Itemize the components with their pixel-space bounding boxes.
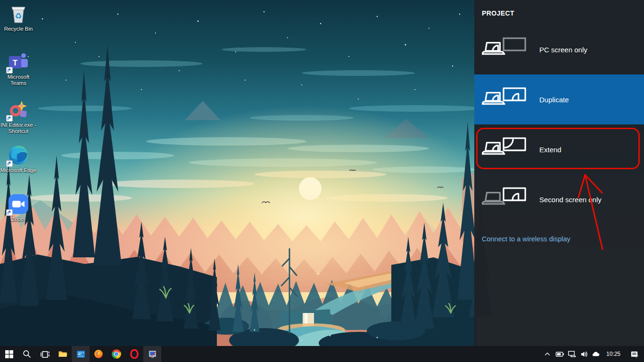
project-options: PC screen only Duplicate xyxy=(474,25,644,224)
desktop-icon-label: Recycle Bin xyxy=(0,26,37,32)
shortcut-arrow-badge xyxy=(6,67,13,74)
desktop-icon-microsoft-edge[interactable]: Microsoft Edge xyxy=(0,144,37,173)
recycle-bin-icon: ♻ xyxy=(8,3,29,25)
windows-logo-icon xyxy=(5,350,13,358)
firefox-button[interactable] xyxy=(90,346,107,362)
pc-screen-only-icon xyxy=(482,36,527,65)
onedrive-cloud-icon xyxy=(592,349,601,359)
second-screen-only-icon xyxy=(482,186,527,214)
duplicate-icon xyxy=(482,86,527,115)
option-second-screen-only[interactable]: Second screen only xyxy=(474,174,644,224)
option-pc-screen-only[interactable]: PC screen only xyxy=(474,25,644,74)
action-center-icon xyxy=(630,350,639,359)
desktop-icon-label: Microsoft Edge xyxy=(0,167,37,173)
chrome-button[interactable] xyxy=(107,346,125,362)
taskbar: 10:25 xyxy=(0,346,644,362)
option-label: Duplicate xyxy=(539,96,569,104)
onedrive-button[interactable] xyxy=(590,346,603,362)
speaker-icon xyxy=(580,350,589,359)
firefox-icon xyxy=(94,349,103,359)
file-explorer-icon xyxy=(58,349,67,359)
desktop-icon-label: Microsoft Teams xyxy=(0,74,37,86)
task-view-button[interactable] xyxy=(36,346,54,362)
opera-icon xyxy=(130,349,139,359)
desktop-icon-recycle-bin[interactable]: ♻ Recycle Bin xyxy=(0,3,37,32)
display-settings-button[interactable] xyxy=(72,346,90,362)
opera-button[interactable] xyxy=(125,346,143,362)
system-tray: 10:25 xyxy=(541,346,644,362)
connect-wireless-display-link[interactable]: Connect to a wireless display xyxy=(482,235,570,243)
taskbar-empty-area xyxy=(161,346,541,362)
desktop-icon-label: Zoom xyxy=(0,216,37,222)
search-button[interactable] xyxy=(18,346,36,362)
extend-icon xyxy=(482,136,527,165)
svg-text:T: T xyxy=(13,58,18,67)
option-label: Second screen only xyxy=(539,196,602,204)
option-label: Extend xyxy=(539,146,561,154)
action-center-button[interactable] xyxy=(624,346,644,362)
shortcut-arrow-badge xyxy=(6,160,13,167)
desktop-icon-microsoft-teams[interactable]: T Microsoft Teams xyxy=(0,51,37,86)
desktop-icon-ini-editor[interactable]: INI Editor.exe - Shortcut xyxy=(0,99,37,134)
option-duplicate[interactable]: Duplicate xyxy=(474,74,644,124)
taskbar-clock[interactable]: 10:25 xyxy=(603,346,624,362)
volume-button[interactable] xyxy=(578,346,590,362)
ethernet-network-icon xyxy=(568,350,577,359)
option-label: PC screen only xyxy=(539,46,587,54)
windows-desktop: ♻ Recycle Bin T Microsoft Teams xyxy=(0,0,644,362)
display-properties-button[interactable] xyxy=(143,346,161,362)
display-properties-icon xyxy=(148,350,157,359)
desktop-icon-label: INI Editor.exe - Shortcut xyxy=(0,122,37,134)
search-icon xyxy=(23,350,31,358)
desktop-icon-zoom[interactable]: Zoom xyxy=(0,193,37,222)
battery-icon xyxy=(555,350,564,359)
project-flyout-panel: PROJECT PC screen only xyxy=(474,0,644,346)
panel-title: PROJECT xyxy=(482,9,514,17)
file-explorer-button[interactable] xyxy=(54,346,72,362)
show-hidden-icons-button[interactable] xyxy=(541,346,553,362)
start-button[interactable] xyxy=(0,346,18,362)
battery-button[interactable] xyxy=(553,346,566,362)
display-settings-icon xyxy=(76,350,85,359)
chrome-icon xyxy=(112,349,121,359)
shortcut-arrow-badge xyxy=(6,115,13,122)
option-extend[interactable]: Extend xyxy=(474,124,644,174)
task-view-icon xyxy=(41,350,50,359)
chevron-up-icon xyxy=(544,351,551,357)
shortcut-arrow-badge xyxy=(6,209,13,216)
svg-text:♻: ♻ xyxy=(15,11,22,21)
network-button[interactable] xyxy=(566,346,578,362)
